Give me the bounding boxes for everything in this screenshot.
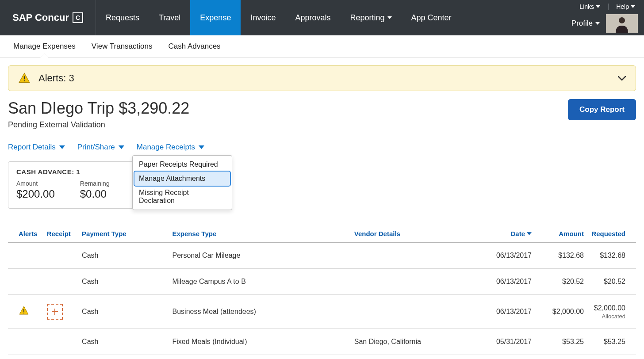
dropdown-item-missing-receipt-declaration[interactable]: Missing Receipt Declaration [134, 186, 230, 208]
print-share-menu[interactable]: Print/Share [77, 143, 124, 152]
nav-label: Travel [159, 13, 180, 23]
nav-label: Invoice [250, 13, 276, 23]
logo-icon: C [73, 12, 83, 23]
page-title: San DIego Trip $3,290.22 [8, 99, 189, 118]
table-header-row: Alerts Receipt Payment Type Expense Type… [8, 225, 636, 242]
table-row[interactable]: CashMileage Campus A to B06/13/2017$20.5… [8, 269, 636, 295]
nav-label: Expense [200, 13, 231, 23]
col-date-label: Date [510, 230, 525, 237]
nav-item-requests[interactable]: Requests [96, 0, 149, 35]
cell-expense-type: Personal Car Mileage [169, 242, 351, 269]
logo-text: SAP Concur [12, 12, 69, 23]
cell-expense-type: Business Meal (attendees) [169, 295, 351, 329]
sub-tab-view-transactions[interactable]: View Transactions [92, 42, 153, 51]
caret-down-icon [59, 145, 65, 149]
sub-tabs: Manage ExpensesView TransactionsCash Adv… [0, 35, 644, 57]
cash-amount-label: Amount [16, 180, 55, 187]
caret-down-icon [387, 16, 392, 19]
cell-alerts [8, 295, 43, 329]
cell-requested: $53.25 [587, 329, 636, 355]
cell-amount: $53.25 [535, 329, 587, 355]
table-row[interactable]: CashBusiness Meal (attendees)06/13/2017$… [8, 295, 636, 329]
col-requested[interactable]: Requested [587, 225, 636, 242]
dropdown-item-manage-attachments[interactable]: Manage Attachments [134, 172, 230, 186]
col-payment[interactable]: Payment Type [78, 225, 169, 242]
sort-desc-icon [527, 232, 532, 235]
cell-alerts [8, 242, 43, 269]
caret-down-icon [119, 145, 124, 149]
nav-item-travel[interactable]: Travel [149, 0, 190, 35]
links-label: Links [579, 3, 594, 10]
table-row[interactable]: CashPersonal Car Mileage06/13/2017$132.6… [8, 242, 636, 269]
nav-label: Reporting [350, 13, 385, 23]
warning-icon [19, 306, 29, 316]
cell-requested: $2,000.00Allocated [587, 295, 636, 329]
svg-rect-5 [23, 313, 24, 313]
cell-expense-type: Mileage Campus A to B [169, 269, 351, 295]
cash-remaining-value: $0.00 [80, 188, 110, 200]
svg-point-1 [619, 17, 625, 23]
nav-label: App Center [411, 13, 452, 23]
help-label: Help [616, 3, 629, 10]
report-details-label: Report Details [8, 143, 56, 152]
cell-vendor [351, 269, 479, 295]
col-receipt[interactable]: Receipt [43, 225, 78, 242]
svg-rect-4 [23, 309, 24, 312]
cell-receipt [43, 295, 78, 329]
add-receipt-button[interactable] [47, 304, 63, 320]
alerts-banner[interactable]: Alerts: 3 [8, 65, 636, 91]
cell-vendor [351, 295, 479, 329]
cell-expense-type: Fixed Meals (Individual) [169, 329, 351, 355]
cell-receipt [43, 269, 78, 295]
nav-item-expense[interactable]: Expense [190, 0, 241, 35]
help-menu[interactable]: Help [616, 3, 635, 10]
caret-down-icon [595, 22, 600, 25]
cell-payment: Cash [78, 242, 169, 269]
copy-report-button[interactable]: Copy Report [568, 99, 636, 120]
sub-tab-manage-expenses[interactable]: Manage Expenses [13, 42, 76, 51]
cash-amount-value: $200.00 [16, 188, 55, 200]
page-subtitle: Pending External Validation [8, 120, 189, 130]
profile-menu[interactable]: Profile [571, 19, 600, 28]
col-date[interactable]: Date [479, 225, 535, 242]
col-alerts[interactable]: Alerts [8, 225, 43, 242]
cell-vendor: San Diego, California [351, 329, 479, 355]
dropdown-item-paper-receipts-required[interactable]: Paper Receipts Required [134, 157, 230, 172]
cell-date: 06/13/2017 [479, 242, 535, 269]
title-row: San DIego Trip $3,290.22 Pending Externa… [8, 99, 636, 130]
cell-date: 05/31/2017 [479, 329, 535, 355]
top-right: Links | Help Profile [571, 0, 644, 35]
nav-item-invoice[interactable]: Invoice [241, 0, 285, 35]
report-details-menu[interactable]: Report Details [8, 143, 65, 152]
expense-table: Alerts Receipt Payment Type Expense Type… [8, 225, 636, 355]
cell-payment: Cash [78, 329, 169, 355]
col-vendor[interactable]: Vendor Details [351, 225, 479, 242]
nav-item-approvals[interactable]: Approvals [285, 0, 340, 35]
col-expense-type[interactable]: Expense Type [169, 225, 351, 242]
alerts-text: Alerts: 3 [38, 73, 74, 84]
cell-alerts [8, 269, 43, 295]
table-row[interactable]: CashFixed Meals (Individual)San Diego, C… [8, 329, 636, 355]
cell-payment: Cash [78, 269, 169, 295]
avatar[interactable] [606, 14, 638, 33]
cell-alerts [8, 329, 43, 355]
col-amount[interactable]: Amount [535, 225, 587, 242]
action-row: Report Details Print/Share Manage Receip… [8, 143, 636, 152]
caret-down-icon [199, 145, 204, 149]
cell-requested: $20.52 [587, 269, 636, 295]
links-menu[interactable]: Links [579, 3, 600, 10]
nav-label: Requests [106, 13, 139, 23]
plus-icon [51, 308, 59, 316]
sub-tab-cash-advances[interactable]: Cash Advances [168, 42, 220, 51]
avatar-image [606, 14, 638, 33]
top-bar: SAP Concur C RequestsTravelExpenseInvoic… [0, 0, 644, 35]
cell-receipt [43, 329, 78, 355]
caret-down-icon [631, 5, 635, 8]
nav-item-reporting[interactable]: Reporting [341, 0, 402, 35]
caret-down-icon [596, 5, 600, 8]
logo[interactable]: SAP Concur C [0, 0, 96, 35]
manage-receipts-menu[interactable]: Manage Receipts [137, 143, 204, 152]
nav-item-app-center[interactable]: App Center [402, 0, 461, 35]
chevron-down-icon[interactable] [618, 76, 626, 81]
cell-receipt [43, 242, 78, 269]
